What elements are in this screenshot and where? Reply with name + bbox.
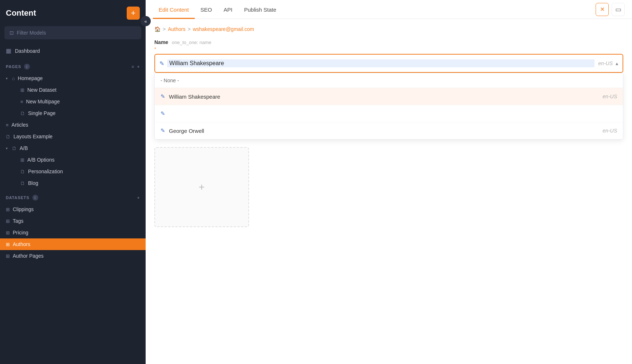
datasets-header-buttons: +: [137, 195, 140, 200]
pages-label: PAGES i: [6, 64, 30, 70]
sidebar-item-label: Authors: [13, 241, 30, 247]
grid-icon: ⊞: [6, 242, 10, 247]
doc-icon: 🗋: [12, 146, 17, 151]
monitor-button[interactable]: ▭: [612, 3, 625, 16]
grid-icon: ⊞: [6, 253, 10, 259]
sidebar-item-ab-options[interactable]: ⊞ A/B Options: [0, 154, 146, 166]
sidebar-item-label: New Multipage: [26, 99, 60, 104]
sidebar-item-label: New Dataset: [27, 87, 56, 93]
sidebar-item-single-page[interactable]: 🗋 Single Page: [0, 107, 146, 119]
sidebar-item-label: Pricing: [13, 230, 28, 236]
add-image-icon: +: [199, 181, 205, 193]
sidebar-item-label: Single Page: [28, 110, 56, 116]
sidebar-item-author-pages[interactable]: ⊞ Author Pages: [0, 250, 146, 262]
datasets-label: DATASETS i: [6, 195, 38, 201]
pages-section-header: PAGES i ≡ +: [0, 61, 146, 72]
grid-icon: ⊞: [6, 230, 10, 236]
filter-models-label: Filter Models: [17, 30, 46, 36]
sidebar-item-articles[interactable]: ≡ Articles: [0, 119, 146, 131]
add-content-button[interactable]: +: [127, 7, 140, 20]
dropdown-item-label: George Orwell: [169, 128, 204, 134]
breadcrumb-record-link[interactable]: wshakespeare@gmail.com: [193, 26, 254, 32]
grid-icon: ⊞: [6, 218, 10, 224]
pages-list-icon[interactable]: ≡: [131, 64, 134, 69]
close-button[interactable]: ✕: [596, 3, 609, 16]
pages-info-icon: i: [24, 64, 30, 70]
datasets-section-header: DATASETS i +: [0, 192, 146, 203]
name-select-input[interactable]: ✎ William Shakespeare en-US ▴: [154, 54, 623, 73]
collapse-homepage-icon: ▾: [6, 76, 8, 80]
collapse-ab-icon: ▾: [6, 146, 8, 150]
doc-icon: 🗋: [20, 111, 25, 116]
edit-icon: ✎: [161, 110, 165, 117]
sidebar-item-authors[interactable]: ⊞ Authors: [0, 238, 146, 250]
tab-publish-state[interactable]: Publish State: [238, 0, 282, 19]
dropdown-list: - None - ✎ William Shakespeare en-US ✎ ✎…: [154, 73, 623, 140]
sidebar-item-new-multipage[interactable]: ≡ New Multipage: [0, 96, 146, 107]
edit-icon: ✎: [161, 127, 165, 134]
datasets-info-icon: i: [32, 195, 38, 201]
pages-add-icon[interactable]: +: [137, 64, 140, 69]
dropdown-item-george[interactable]: ✎ George Orwell en-US: [155, 122, 623, 139]
tab-actions: ✕ ▭: [596, 3, 625, 16]
sidebar: Content + ⊡ Filter Models ▦ Dashboard PA…: [0, 0, 146, 364]
sidebar-item-label: Articles: [12, 122, 28, 128]
sidebar-item-new-dataset[interactable]: ⊞ New Dataset: [0, 84, 146, 96]
sidebar-item-ab[interactable]: ▾ 🗋 A/B: [0, 142, 146, 154]
dropdown-item-locale: en-US: [603, 94, 617, 99]
field-name: Name: [154, 39, 168, 45]
select-current-value: William Shakespeare: [167, 59, 595, 67]
breadcrumb: 🏠 > Authors > wshakespeare@gmail.com: [154, 26, 623, 32]
image-upload-area[interactable]: +: [154, 147, 249, 227]
dropdown-item-empty[interactable]: ✎: [155, 105, 623, 122]
sidebar-item-label: Personalization: [28, 169, 63, 174]
edit-icon: ✎: [159, 60, 164, 67]
tab-edit-content[interactable]: Edit Content: [153, 0, 195, 19]
datasets-add-icon[interactable]: +: [137, 195, 140, 200]
sidebar-item-label: Layouts Example: [13, 134, 52, 139]
sidebar-item-blog[interactable]: 🗋 Blog: [0, 177, 146, 189]
sidebar-item-dashboard[interactable]: ▦ Dashboard: [0, 44, 146, 58]
sidebar-header: Content +: [0, 0, 146, 26]
sidebar-item-layouts-example[interactable]: 🗋 Layouts Example: [0, 131, 146, 142]
dropdown-item-locale: en-US: [603, 128, 617, 134]
select-locale: en-US: [598, 60, 613, 66]
tab-seo[interactable]: SEO: [195, 0, 218, 19]
dashboard-label: Dashboard: [15, 48, 40, 54]
required-marker: *: [154, 47, 623, 52]
pages-header-buttons: ≡ +: [131, 64, 140, 69]
sidebar-item-label: Blog: [28, 180, 38, 186]
tab-api[interactable]: API: [218, 0, 238, 19]
sidebar-item-label: Author Pages: [13, 253, 44, 259]
sidebar-title: Content: [6, 8, 36, 18]
doc-icon: 🗋: [20, 169, 25, 174]
sidebar-item-tags[interactable]: ⊞ Tags: [0, 215, 146, 227]
doc-icon: 🗋: [20, 181, 25, 186]
filter-models-button[interactable]: ⊡ Filter Models: [4, 26, 141, 39]
sidebar-item-label: Tags: [13, 218, 24, 224]
sidebar-item-label: Homepage: [18, 75, 43, 81]
main-content: Edit Content SEO API Publish State ✕ ▭ 🏠…: [146, 0, 632, 364]
grid-icon: ⊞: [6, 207, 10, 212]
field-label: Name one_to_one: name: [154, 39, 623, 45]
home-icon: ⌂: [12, 76, 15, 81]
filter-icon: ⊡: [9, 30, 14, 36]
sidebar-item-homepage[interactable]: ▾ ⌂ Homepage: [0, 72, 146, 84]
list-icon: ≡: [20, 99, 23, 104]
sidebar-item-pricing[interactable]: ⊞ Pricing: [0, 227, 146, 238]
doc-icon: 🗋: [6, 134, 11, 139]
sidebar-item-label: Clippings: [13, 206, 34, 212]
sidebar-collapse-button[interactable]: «: [141, 16, 151, 26]
content-area: 🏠 > Authors > wshakespeare@gmail.com Nam…: [146, 19, 632, 364]
grid-icon: ⊞: [20, 87, 24, 93]
sidebar-item-label: A/B: [20, 145, 28, 151]
dropdown-item-label: William Shakespeare: [169, 94, 220, 100]
breadcrumb-authors-link[interactable]: Authors: [168, 26, 185, 32]
breadcrumb-home-icon[interactable]: 🏠: [154, 26, 161, 32]
sidebar-item-clippings[interactable]: ⊞ Clippings: [0, 203, 146, 215]
sidebar-item-personalization[interactable]: 🗋 Personalization: [0, 166, 146, 177]
tab-bar: Edit Content SEO API Publish State ✕ ▭: [146, 0, 632, 19]
dropdown-item-william[interactable]: ✎ William Shakespeare en-US: [155, 88, 623, 105]
dropdown-none-option[interactable]: - None -: [155, 73, 623, 88]
field-hint: one_to_one: name: [172, 40, 211, 45]
